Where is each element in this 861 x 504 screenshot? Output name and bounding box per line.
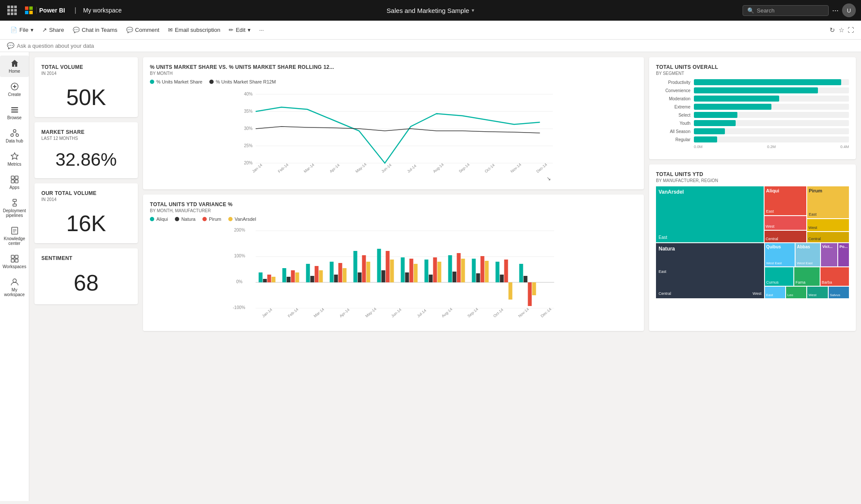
- waffle-menu[interactable]: [5, 3, 19, 17]
- svg-text:Dec-14: Dec-14: [535, 162, 548, 173]
- email-subscription-button[interactable]: ✉ Email subscription: [165, 25, 224, 35]
- svg-text:Jun-14: Jun-14: [380, 163, 392, 173]
- svg-text:Apr-14: Apr-14: [339, 308, 350, 318]
- hbar-fill-moderation: [694, 96, 779, 102]
- axis-0m: 0.0M: [694, 145, 702, 149]
- line-chart-svg: 40% 35% 30% 25% 20%: [150, 88, 637, 182]
- market-share-subtitle: LAST 12 MONTHS: [41, 136, 131, 141]
- comment-icon: 💬: [126, 27, 133, 33]
- fullscreen-icon[interactable]: ⛶: [848, 26, 854, 34]
- comment-button[interactable]: 💬 Comment: [123, 25, 163, 35]
- bookmark-icon[interactable]: ☆: [839, 26, 844, 34]
- sidebar: Home Create Browse Data hub Metrics: [0, 52, 29, 501]
- treemap-east2: East: [765, 287, 785, 298]
- ytd-legend: Aliqui Natura Pirum VanArsdel: [150, 216, 637, 222]
- svg-rect-81: [386, 251, 390, 282]
- home-icon: [10, 59, 19, 68]
- hbar-track-extreme: [694, 104, 849, 110]
- sidebar-item-home[interactable]: Home: [0, 56, 29, 77]
- refresh-icon[interactable]: ↻: [830, 26, 835, 34]
- svg-rect-104: [524, 276, 528, 282]
- svg-rect-74: [343, 268, 347, 282]
- email-icon: ✉: [168, 27, 173, 33]
- svg-rect-99: [496, 262, 500, 282]
- browse-icon: [10, 105, 19, 114]
- sidebar-label-create: Create: [8, 92, 21, 97]
- sidebar-item-browse[interactable]: Browse: [0, 102, 29, 124]
- top-bar: Power BI | My workspace Sales and Market…: [0, 0, 861, 21]
- market-share-title: Market Share: [41, 129, 131, 135]
- svg-rect-91: [448, 255, 452, 282]
- ytd-legend-vanarsdel: VanArsdel: [228, 216, 256, 222]
- svg-text:20%: 20%: [244, 161, 253, 165]
- ytd-legend-natura: Natura: [175, 216, 196, 222]
- svg-rect-84: [405, 272, 409, 282]
- file-button[interactable]: 📄 File ▾: [7, 25, 37, 35]
- sidebar-item-datahub[interactable]: Data hub: [0, 125, 29, 147]
- ytd-legend-pirum: Pirum: [202, 216, 221, 222]
- svg-rect-73: [339, 263, 342, 282]
- legend-label-1: % Units Market Share: [156, 79, 202, 84]
- treemap-fama: Fama: [794, 267, 820, 286]
- svg-text:Sep-14: Sep-14: [466, 307, 479, 318]
- more-options-button[interactable]: ···: [832, 6, 839, 15]
- sidebar-item-myworkspace[interactable]: My workspace: [0, 274, 29, 300]
- svg-line-10: [15, 132, 17, 134]
- svg-text:Dec-14: Dec-14: [540, 307, 552, 318]
- sidebar-item-workspaces[interactable]: Workspaces: [0, 251, 29, 272]
- share-button[interactable]: ↗ Share: [39, 25, 68, 35]
- total-units-subtitle: BY SEGMENT: [656, 71, 849, 76]
- report-title[interactable]: Sales and Marketing Sample ▾: [387, 7, 475, 14]
- svg-rect-103: [519, 264, 523, 282]
- hbar-track-productivity: [694, 79, 849, 85]
- svg-rect-101: [504, 260, 508, 282]
- hbar-fill-youth: [694, 120, 736, 126]
- hbar-moderation: Moderation: [656, 96, 849, 102]
- vanarsdel-label: VanArsdel: [235, 216, 256, 222]
- chevron-down-icon: ▾: [31, 27, 34, 33]
- treemap-east-label: East: [659, 235, 667, 240]
- edit-button[interactable]: ✏ Edit ▾: [225, 25, 254, 35]
- svg-rect-106: [532, 282, 536, 295]
- qa-input[interactable]: [17, 43, 854, 49]
- svg-rect-78: [367, 262, 370, 282]
- hbar-youth: Youth: [656, 120, 849, 126]
- svg-rect-98: [485, 261, 489, 282]
- sidebar-item-metrics[interactable]: Metrics: [0, 148, 29, 170]
- hbar-label-select: Select: [656, 113, 690, 117]
- svg-rect-72: [334, 275, 338, 282]
- svg-rect-97: [481, 256, 485, 282]
- legend-item-1: % Units Market Share: [150, 79, 202, 84]
- sidebar-item-apps[interactable]: Apps: [0, 172, 29, 193]
- metrics-icon: [10, 152, 19, 161]
- more-toolbar-button[interactable]: ···: [256, 25, 267, 35]
- qa-bar: 💬: [0, 40, 861, 52]
- hbar-convenience: Convenience: [656, 87, 849, 93]
- hbar-track-allseason: [694, 128, 849, 134]
- svg-rect-87: [425, 260, 429, 282]
- svg-rect-90: [438, 262, 441, 282]
- sidebar-item-knowledge[interactable]: Knowledge center: [0, 223, 29, 249]
- svg-rect-62: [272, 277, 276, 282]
- sidebar-label-deployment: Deployment pipelines: [3, 208, 26, 218]
- sidebar-label-workspaces: Workspaces: [3, 264, 26, 269]
- svg-rect-79: [377, 249, 381, 282]
- toolbar: 📄 File ▾ ↗ Share 💬 Chat in Teams 💬 Comme…: [0, 21, 861, 40]
- vanarsdel-dot: [228, 217, 233, 221]
- hbar-fill-select: [694, 112, 737, 118]
- line-chart-subtitle: BY MONTH: [150, 71, 637, 76]
- treemap-leo: Leo: [786, 287, 806, 298]
- line-chart-title: % Units Market Share vs. % Units Market …: [150, 64, 637, 70]
- sidebar-label-datahub: Data hub: [6, 139, 23, 143]
- svg-marker-11: [11, 153, 18, 159]
- hbar-label-extreme: Extreme: [656, 105, 690, 109]
- search-box[interactable]: 🔍 Search: [743, 5, 829, 16]
- user-avatar[interactable]: U: [842, 3, 856, 17]
- chat-in-teams-button[interactable]: 💬 Chat in Teams: [69, 25, 121, 35]
- hbar-track-moderation: [694, 96, 849, 102]
- workspace-label[interactable]: My workspace: [83, 7, 121, 14]
- sidebar-item-create[interactable]: Create: [0, 79, 29, 100]
- svg-text:-100%: -100%: [233, 305, 246, 310]
- svg-rect-17: [13, 204, 16, 206]
- sidebar-item-deployment[interactable]: Deployment pipelines: [0, 195, 29, 221]
